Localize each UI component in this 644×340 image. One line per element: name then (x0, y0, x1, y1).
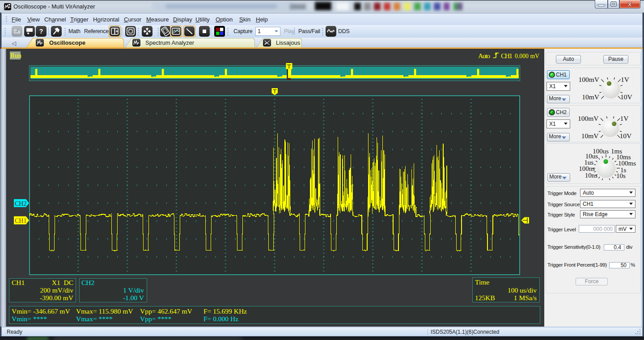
svg-text:10mV: 10mV (582, 93, 600, 101)
svg-text:1V: 1V (620, 115, 629, 122)
svg-text:100mV: 100mV (578, 115, 599, 122)
svg-text:Vmax= 115.980 mV: Vmax= 115.980 mV (76, 307, 133, 315)
svg-text:CH1: CH1 (15, 217, 26, 224)
svg-text:125KB: 125KB (475, 294, 495, 302)
svg-text:CH1: CH1 (501, 52, 513, 60)
svg-text:CH1: CH1 (12, 279, 25, 286)
svg-text:X1 DC: X1 DC (52, 279, 73, 286)
svg-text:X: X (627, 1, 632, 8)
svg-text:100 us/div: 100 us/div (508, 286, 537, 294)
svg-text:200 mV/div: 200 mV/div (40, 286, 74, 294)
svg-text:10mV: 10mV (581, 132, 599, 140)
svg-text:10s: 10s (616, 172, 626, 179)
svg-text:F= 15.699 KHz: F= 15.699 KHz (203, 307, 247, 315)
svg-text:Vpp= ****: Vpp= **** (140, 315, 172, 323)
svg-text:10ns: 10ns (585, 172, 598, 179)
svg-text:-390.00 mV: -390.00 mV (40, 294, 74, 302)
svg-text:Vmax= ****: Vmax= **** (76, 315, 113, 323)
svg-text:?: ? (39, 28, 43, 35)
svg-text:0.000 mV: 0.000 mV (515, 52, 540, 60)
svg-text:Vpp= 462.647 mV: Vpp= 462.647 mV (140, 307, 193, 315)
svg-text:Auto: Auto (478, 52, 490, 60)
svg-text:1 MSa/s: 1 MSa/s (514, 294, 537, 302)
svg-text:100mV: 100mV (579, 76, 600, 83)
svg-text:-1.00 V: -1.00 V (123, 294, 144, 302)
svg-text:100ns: 100ns (579, 165, 595, 172)
svg-text:F= 0.000 Hz: F= 0.000 Hz (203, 315, 238, 323)
svg-text:CH2: CH2 (15, 200, 26, 207)
svg-text:1V: 1V (621, 76, 630, 83)
svg-text:100ms: 100ms (618, 160, 636, 167)
svg-text:CH2: CH2 (81, 279, 94, 286)
svg-text:Time: Time (475, 278, 489, 286)
svg-text:10V: 10V (620, 93, 633, 101)
svg-text:Vmin= -346.667 mV: Vmin= -346.667 mV (12, 307, 70, 315)
svg-text:10V: 10V (620, 132, 632, 140)
svg-text:1 V/div: 1 V/div (123, 286, 144, 294)
svg-text:Vmin= ****: Vmin= **** (12, 315, 47, 323)
svg-text:Run: Run (10, 52, 22, 59)
